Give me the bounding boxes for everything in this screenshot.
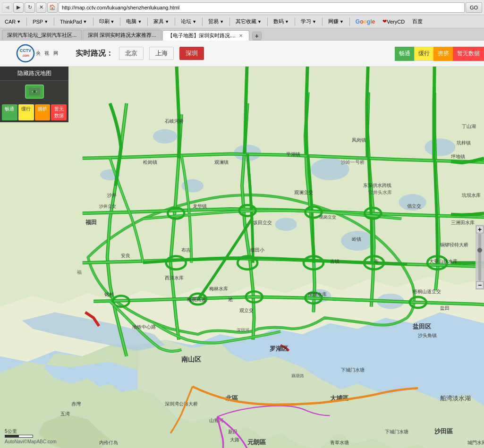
back-button[interactable]: ◀ [2, 2, 12, 13]
toolbar-trade[interactable]: 贸易 ▼ [205, 17, 227, 27]
refresh-button[interactable]: ↻ [25, 2, 35, 13]
svg-text:东深供水跨线: 东深供水跨线 [363, 183, 391, 188]
zoom-out-button[interactable]: − [476, 281, 484, 289]
toolbar-furniture[interactable]: 家具 ▼ [151, 17, 172, 27]
toolbar-thinkpad[interactable]: ThinkPad ▼ [57, 17, 90, 27]
svg-text:梅林水库: 梅林水库 [209, 286, 228, 291]
zoom-in-button[interactable]: + [476, 226, 484, 233]
svg-text:安良: 安良 [121, 253, 130, 258]
sidebar-severe[interactable]: 暂无数据 [51, 104, 67, 120]
toolbar-sep-9 [267, 17, 268, 26]
toolbar-car[interactable]: CAR ▼ [2, 17, 24, 27]
svg-point-9 [275, 218, 297, 231]
scale-label: 5公里 [5, 428, 17, 435]
svg-text:坑坝水库: 坑坝水库 [461, 193, 481, 198]
toolbar-sep-11 [322, 17, 323, 26]
scale-line [5, 435, 33, 438]
map-icon-area [0, 81, 68, 102]
toolbar-study[interactable]: 学习 ▼ [298, 17, 319, 27]
svg-text:观立交: 观立交 [239, 308, 254, 313]
svg-text:盐田区: 盐田区 [413, 323, 431, 330]
zoom-slider[interactable] [478, 234, 481, 281]
toolbar-bookmarks[interactable]: 其它收藏 ▼ [233, 17, 264, 27]
svg-text:沙头角镇: 沙头角镇 [418, 333, 437, 338]
city-shenzhen[interactable]: 深圳 [179, 47, 204, 60]
svg-text:布: 布 [374, 259, 379, 264]
go-button[interactable]: GO [466, 2, 482, 13]
svg-text:松岗镇: 松岗镇 [143, 160, 157, 165]
svg-text:大路: 大路 [230, 437, 239, 442]
map-container[interactable]: 福田 松岗镇 沙井 沙井立交 观澜镇 平湖镇 沙岭一号桥 东深供水跨线 龙华镇 … [0, 67, 484, 448]
sidebar-smooth[interactable]: 畅通 [2, 104, 17, 120]
page-header: CCTV .com 央 视 网 实时路况： 北京 上海 深圳 畅通 缓行 拥挤 … [0, 41, 484, 67]
toolbar-sep-10 [295, 17, 295, 26]
tab-2[interactable]: 【电子地图】深圳实时路况.... ✕ [162, 30, 249, 41]
svg-text:梅观高速: 梅观高速 [187, 297, 206, 302]
map-watermark: AutoNavi©MapABC.com [5, 439, 57, 444]
tab-close[interactable]: ✕ [238, 33, 244, 39]
forward-button[interactable]: ▶ [13, 2, 24, 13]
home-button[interactable]: 🏠 [47, 2, 58, 13]
toolbar-computer[interactable]: 电脑 ▼ [123, 17, 144, 27]
status-slow[interactable]: 缓行 [414, 47, 434, 61]
city-shanghai[interactable]: 上海 [149, 47, 174, 60]
hide-map-button[interactable]: 隐藏路况地图 [0, 67, 68, 81]
svg-text:福: 福 [77, 270, 82, 275]
svg-text:岭镇: 岭镇 [352, 237, 361, 242]
svg-point-12 [425, 138, 455, 156]
svg-text:西洋水库: 西洋水库 [165, 275, 184, 280]
status-congested[interactable]: 拥挤 [433, 47, 453, 61]
tab-1[interactable]: 深圳 深圳实时路况大家推荐... [83, 30, 161, 40]
sidebar-congested[interactable]: 拥挤 [35, 104, 51, 120]
stop-button[interactable]: ✕ [36, 2, 46, 13]
svg-text:凤岗镇: 凤岗镇 [352, 137, 366, 143]
tabs-bar: 深圳汽车论坛_深圳汽车社区... 深圳 深圳实时路况大家推荐... 【电子地图】… [0, 28, 484, 41]
address-bar[interactable] [59, 2, 465, 13]
zoom-controls: + − [476, 225, 484, 290]
toolbar-psp[interactable]: PSP ▼ [30, 17, 51, 27]
toolbar-print[interactable]: 印刷 ▼ [96, 17, 118, 27]
cctv-subtitle: 央 视 网 [36, 51, 60, 56]
toolbar-baidu[interactable]: 百度 [409, 17, 425, 27]
toolbar-sep-4 [120, 17, 120, 26]
svg-text:深圳水库: 深圳水库 [308, 292, 327, 297]
svg-text:五湾: 五湾 [60, 411, 70, 416]
svg-text:沙井: 沙井 [107, 193, 117, 198]
toolbar-earn[interactable]: 网赚 ▼ [325, 17, 347, 27]
status-severe[interactable]: 暂无数据 [453, 47, 484, 61]
toolbar: CAR ▼ PSP ▼ ThinkPad ▼ 印刷 ▼ 电脑 ▼ 家具 ▼ [0, 15, 484, 28]
new-tab-button[interactable]: + [252, 32, 262, 40]
svg-text:盐田: 盐田 [440, 305, 450, 311]
status-smooth[interactable]: 畅通 [395, 47, 415, 61]
logo-area: CCTV .com 央 视 网 [5, 44, 71, 63]
svg-text:沙岭一号桥: 沙岭一号桥 [341, 160, 365, 165]
svg-text:倡立交: 倡立交 [407, 203, 421, 209]
svg-text:大亚山肤水库: 大亚山肤水库 [429, 259, 458, 264]
toolbar-sep-3 [93, 17, 93, 26]
city-beijing[interactable]: 北京 [119, 47, 144, 60]
svg-text:观澜立交: 观澜立交 [294, 190, 313, 195]
browser-chrome: ◀ ▶ ↻ ✕ 🏠 GO CAR ▼ PSP ▼ ThinkPad ▼ 印刷 ▼… [0, 0, 484, 41]
map-sidebar: 隐藏路况地图 畅通 缓行 拥挤 暂无数据 [0, 67, 68, 122]
scale-bar: 5公里 [5, 428, 33, 438]
zoom-thumb[interactable] [477, 248, 482, 253]
toolbar-verycd[interactable]: ❤ VeryCD [380, 17, 408, 27]
toolbar-forum[interactable]: 论坛 ▼ [178, 17, 199, 27]
toolbar-sep-8 [229, 17, 230, 26]
tab-0[interactable]: 深圳汽车论坛_深圳汽车社区... [2, 30, 82, 40]
status-buttons: 畅通 缓行 拥挤 暂无数据 [395, 41, 484, 67]
svg-text:丁山湖: 丁山湖 [462, 124, 476, 129]
toolbar-sep-12 [349, 17, 350, 26]
svg-text:下城门水塘: 下城门水塘 [341, 367, 365, 372]
cctv-logo: CCTV .com 央 视 网 [16, 44, 60, 63]
toolbar-digital[interactable]: 数码 ▼ [271, 17, 292, 27]
svg-text:福田: 福田 [85, 219, 97, 225]
sidebar-slow[interactable]: 缓行 [18, 104, 34, 120]
svg-text:罗湖区: 罗湖区 [270, 345, 288, 352]
sidebar-status-buttons: 畅通 缓行 拥挤 暂无数据 [0, 102, 68, 122]
svg-point-0 [17, 45, 34, 62]
toolbar-google[interactable]: Google [353, 17, 378, 27]
svg-text:官井头水库: 官井头水库 [368, 190, 392, 195]
svg-text:坪地镇: 坪地镇 [450, 154, 465, 159]
svg-text:坭岗立交: 坭岗立交 [319, 215, 336, 220]
